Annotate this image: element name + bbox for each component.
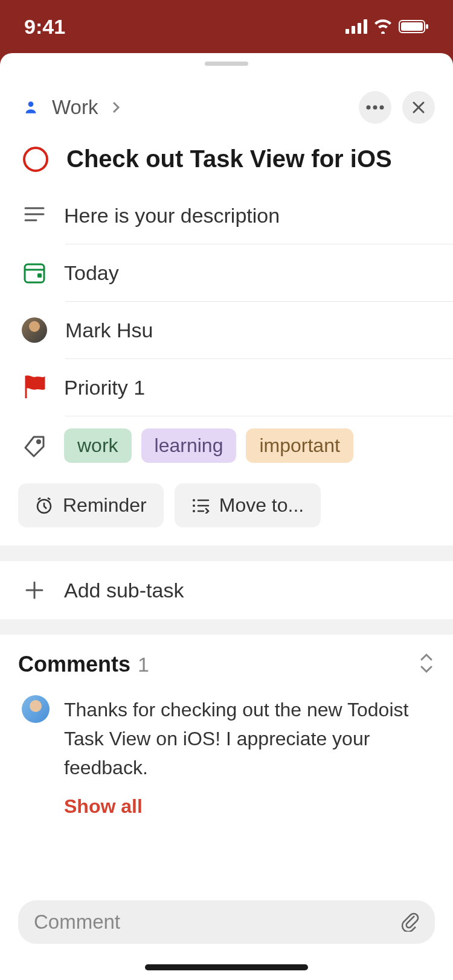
- chevron-up-down-icon: [418, 652, 435, 674]
- svg-rect-1: [352, 26, 355, 34]
- comment-text: Thanks for checking out the new Todoist …: [64, 695, 435, 782]
- add-subtask-label: Add sub-task: [64, 579, 184, 602]
- show-all-link[interactable]: Show all: [64, 795, 143, 818]
- task-sheet: Work Check out Task View for iOS: [0, 53, 453, 980]
- svg-rect-14: [25, 264, 44, 282]
- cellular-icon: [345, 19, 367, 34]
- reminder-button[interactable]: Reminder: [18, 483, 164, 527]
- move-label: Move to...: [219, 494, 304, 517]
- comments-count: 1: [138, 653, 149, 676]
- close-icon: [411, 100, 426, 115]
- date-text: Today: [64, 261, 119, 285]
- flag-icon: [23, 376, 46, 399]
- svg-point-7: [28, 101, 34, 107]
- breadcrumb-project: Work: [52, 96, 98, 119]
- more-options-button[interactable]: [359, 91, 391, 124]
- comments-title: Comments: [18, 652, 130, 677]
- date-row[interactable]: Today: [0, 244, 453, 301]
- description-row[interactable]: Here is your description: [0, 187, 453, 244]
- task-title-row: Check out Task View for iOS: [0, 136, 453, 187]
- svg-rect-16: [37, 273, 42, 278]
- svg-rect-2: [358, 23, 361, 34]
- status-icons: [345, 19, 429, 34]
- action-buttons: Reminder Move to...: [0, 475, 453, 546]
- status-bar: 9:41: [0, 0, 453, 53]
- close-button[interactable]: [402, 91, 435, 124]
- ellipsis-icon: [366, 105, 384, 110]
- task-title[interactable]: Check out Task View for iOS: [66, 145, 392, 173]
- svg-rect-6: [426, 24, 428, 29]
- status-time: 9:41: [24, 15, 65, 39]
- calendar-icon: [23, 261, 46, 284]
- sort-button[interactable]: [418, 652, 435, 676]
- svg-point-20: [193, 504, 195, 507]
- svg-point-10: [380, 106, 384, 110]
- reminder-icon: [35, 497, 53, 515]
- comment-avatar: [22, 695, 50, 723]
- svg-point-8: [367, 106, 371, 110]
- tags-row[interactable]: work learning important: [0, 416, 453, 475]
- battery-icon: [399, 19, 429, 34]
- svg-point-21: [193, 510, 195, 512]
- section-divider: [0, 619, 453, 635]
- tag-important[interactable]: important: [246, 428, 353, 463]
- svg-rect-5: [401, 22, 423, 31]
- add-subtask-row[interactable]: Add sub-task: [0, 561, 453, 619]
- assignee-text: Mark Hsu: [65, 319, 153, 342]
- tags-container: work learning important: [64, 428, 353, 463]
- home-indicator[interactable]: [145, 964, 308, 970]
- attach-button[interactable]: [400, 910, 419, 934]
- description-icon: [23, 204, 46, 227]
- reminder-label: Reminder: [63, 494, 147, 517]
- sheet-header: Work: [0, 74, 453, 136]
- paperclip-icon: [400, 910, 419, 932]
- comments-header: Comments 1: [18, 652, 435, 677]
- person-icon: [23, 100, 39, 115]
- svg-rect-0: [345, 29, 349, 34]
- plus-icon: [23, 579, 46, 602]
- svg-point-9: [373, 106, 378, 110]
- svg-rect-3: [364, 19, 367, 34]
- task-checkbox[interactable]: [23, 147, 48, 172]
- tag-work[interactable]: work: [64, 428, 132, 463]
- description-text: Here is your description: [64, 204, 280, 228]
- section-divider: [0, 546, 453, 561]
- breadcrumb[interactable]: Work: [23, 96, 348, 119]
- chevron-right-icon: [111, 100, 121, 115]
- comment-input[interactable]: Comment: [18, 900, 435, 944]
- move-button[interactable]: Move to...: [175, 483, 321, 527]
- assignee-row[interactable]: Mark Hsu: [0, 302, 453, 358]
- comment-item: Thanks for checking out the new Todoist …: [18, 677, 435, 818]
- comments-section: Comments 1 Thanks for checking out the n…: [0, 635, 453, 818]
- sheet-grabber[interactable]: [205, 62, 248, 66]
- move-icon: [191, 498, 210, 514]
- comment-placeholder: Comment: [34, 911, 400, 934]
- priority-text: Priority 1: [64, 376, 145, 399]
- tag-icon: [23, 434, 46, 457]
- priority-row[interactable]: Priority 1: [0, 359, 453, 416]
- assignee-avatar: [22, 317, 47, 343]
- wifi-icon: [373, 19, 393, 34]
- svg-point-17: [37, 440, 40, 443]
- tag-learning[interactable]: learning: [141, 428, 237, 463]
- svg-point-19: [193, 499, 195, 501]
